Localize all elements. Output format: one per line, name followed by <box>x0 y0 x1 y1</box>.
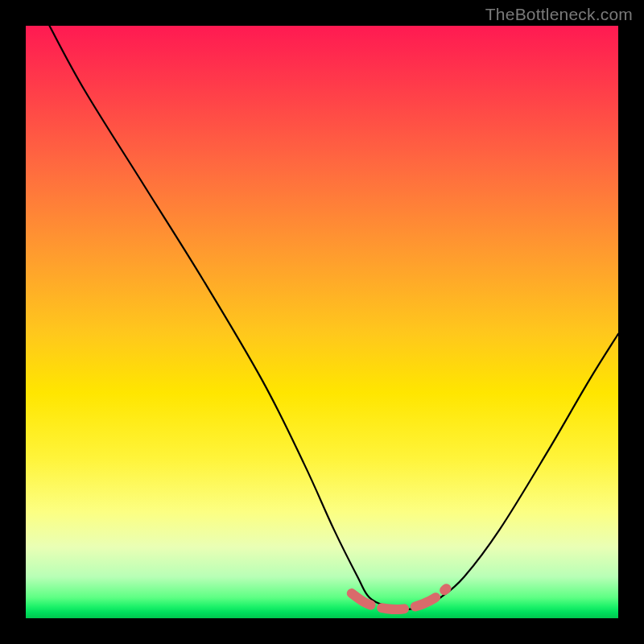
plot-area <box>26 26 618 618</box>
bottleneck-curve <box>49 26 618 609</box>
attribution-label: TheBottleneck.com <box>485 5 633 24</box>
chart-frame: TheBottleneck.com <box>0 0 644 644</box>
curve-layer <box>26 26 618 618</box>
